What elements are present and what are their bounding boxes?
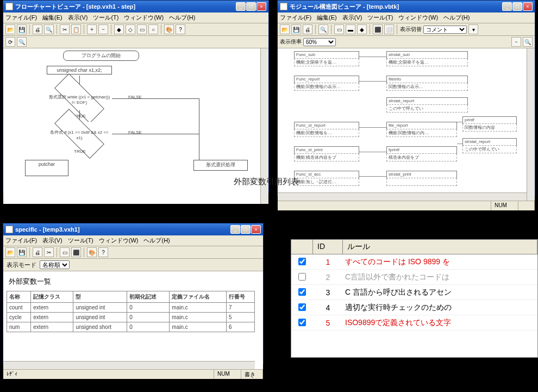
menu-file[interactable]: ファイル(F) [5, 237, 37, 245]
save-icon[interactable]: 💾 [17, 247, 27, 257]
titlebar[interactable]: specific - [temp3.vxh1] _ □ × [3, 223, 263, 235]
module-block[interactable]: printf関数情報の内容 [462, 116, 517, 132]
maximize-button[interactable]: □ [241, 225, 251, 234]
scrollbar-horizontal[interactable] [3, 361, 255, 369]
module-canvas[interactable]: Func_sub機能:文開発子を返…strstat_sub機能:文開発子を返…F… [278, 48, 535, 201]
close-button[interactable]: × [251, 225, 261, 234]
menu-view[interactable]: 表示(V) [342, 14, 362, 22]
tool-icon[interactable]: ▭ [334, 24, 344, 34]
menu-tools[interactable]: ツール(T) [367, 14, 393, 22]
tool-icon[interactable]: ▬ [346, 24, 355, 34]
tool-icon[interactable]: ◆ [357, 24, 367, 34]
module-block[interactable]: Func_st_report機能:関数情報を… [294, 122, 359, 137]
table-row[interactable]: cycleexternunsigned int0main.c5 [7, 313, 255, 322]
menu-file[interactable]: ファイル(F) [280, 14, 311, 22]
flowchart-canvas[interactable]: プログラムの開始 unsigned char x1,x2; 形式選択 while… [3, 48, 268, 204]
menu-tools[interactable]: ツール(T) [68, 237, 93, 245]
rule-row[interactable]: 5ISO9899で定義されている文字 [291, 315, 537, 331]
minimize-button[interactable]: _ [230, 225, 240, 234]
print-icon[interactable]: 🖨 [303, 24, 312, 34]
open-icon[interactable]: 📂 [280, 24, 290, 34]
zoom-combo[interactable]: 60% [303, 38, 336, 46]
module-block[interactable]: fileinfo関数情報の表示… [386, 76, 468, 91]
rule-row[interactable]: 2C言語以外で書かれたコードは [291, 270, 537, 285]
refresh-icon[interactable]: ⟳ [5, 37, 15, 47]
titlebar[interactable]: フローチャートビューア - [step.vxh1 - step] _ □ × [3, 1, 268, 13]
zoomout-icon[interactable]: － [98, 24, 108, 34]
titlebar[interactable]: モジュール構造図ビューア - [temp.vbtk] _ □ × [278, 1, 535, 13]
tool-icon[interactable]: ⬛ [373, 24, 383, 34]
maximize-button[interactable]: □ [512, 2, 522, 11]
rule-checkbox[interactable] [298, 258, 306, 265]
save-icon[interactable]: 💾 [17, 24, 27, 34]
zoomin-icon[interactable]: 🔍 [523, 37, 533, 47]
module-block[interactable]: fprintf構造体内容をプ [386, 146, 457, 161]
close-button[interactable]: × [523, 2, 533, 11]
rule-checkbox[interactable] [298, 319, 306, 326]
maximize-button[interactable]: □ [246, 2, 256, 11]
menu-window[interactable]: ウィンドウ(W) [124, 14, 164, 22]
find-icon[interactable]: 🔍 [44, 24, 54, 34]
menu-edit[interactable]: 編集(E) [317, 14, 337, 22]
menu-help[interactable]: ヘルプ(H) [443, 14, 470, 22]
module-block[interactable]: Func_st_print機能:構造体内容をプ [294, 146, 359, 161]
tool-icon[interactable]: ○ [148, 24, 158, 34]
rule-row[interactable]: 3C 言語から呼び出されるアセン [291, 285, 537, 300]
color-icon[interactable]: 🎨 [87, 247, 97, 257]
module-block[interactable]: Func_st_acc機能:無し→記述位… [294, 171, 359, 186]
menu-tools[interactable]: ツール(T) [93, 14, 118, 22]
rule-row[interactable]: 4適切な実行時チェックのための [291, 300, 537, 315]
open-icon[interactable]: 📂 [5, 247, 15, 257]
module-block[interactable]: Func_report機能:関数情報の表示… [294, 76, 359, 91]
tool-icon[interactable]: ⬜ [384, 24, 394, 34]
menu-view[interactable]: 表示(V) [42, 237, 62, 245]
module-block[interactable]: strstat_print [386, 171, 457, 186]
mode-select[interactable]: 名称順 [40, 260, 70, 269]
tool-icon[interactable]: ▭ [137, 24, 147, 34]
menu-help[interactable]: ヘルプ(H) [143, 237, 170, 245]
module-block[interactable]: Func_sub機能:文開発子を返… [294, 51, 359, 66]
zoomout-icon[interactable]: － [511, 37, 521, 47]
tool-icon[interactable]: ◇ [126, 24, 135, 34]
menu-view[interactable]: 表示(V) [68, 14, 88, 22]
minimize-button[interactable]: _ [502, 2, 512, 11]
table-row[interactable]: numexternunsigned short0main.c6 [7, 322, 255, 332]
col-header[interactable]: 初期化記述 [127, 291, 170, 303]
menu-window[interactable]: ウィンドウ(W) [398, 14, 438, 22]
rule-checkbox[interactable] [298, 303, 306, 311]
find-icon[interactable]: 🔍 [318, 24, 328, 34]
menu-edit[interactable]: 編集(E) [42, 14, 62, 22]
module-block[interactable]: file_report機能:関数情報の内… [386, 122, 457, 137]
scrollbar-vertical[interactable] [527, 48, 535, 201]
rule-checkbox[interactable] [298, 288, 306, 296]
tool-icon[interactable]: ◆ [114, 24, 124, 34]
tool-icon[interactable]: ✂ [44, 247, 54, 257]
minimize-button[interactable]: _ [236, 2, 246, 11]
copy-icon[interactable]: 📋 [71, 24, 81, 34]
zoomin-icon[interactable]: ＋ [87, 24, 97, 34]
col-header[interactable]: 記憶クラス [31, 291, 73, 303]
module-block[interactable]: strstat_reportこの中で呼んでい [462, 138, 517, 153]
save-icon[interactable]: 💾 [291, 24, 301, 34]
menu-file[interactable]: ファイル(F) [5, 14, 37, 22]
module-block[interactable]: strstat_reportこの中で呼んでい [386, 97, 468, 113]
menu-help[interactable]: ヘルプ(H) [169, 14, 195, 22]
print-icon[interactable]: 🖨 [33, 247, 42, 257]
open-icon[interactable]: 📂 [5, 24, 15, 34]
display-combo[interactable]: コメント [423, 26, 467, 34]
rule-row[interactable]: 1すべてのコードは ISO 9899 を [291, 254, 537, 270]
tool-icon[interactable]: ⬛ [71, 247, 81, 257]
table-row[interactable]: countexternunsigned int0main.c7 [7, 303, 255, 313]
search-icon[interactable]: 🔍 [17, 37, 27, 47]
col-header[interactable]: 行番号 [226, 291, 254, 303]
down-icon[interactable]: ▾ [468, 24, 478, 34]
scrollbar-horizontal[interactable] [278, 192, 527, 201]
cut-icon[interactable]: ✂ [60, 24, 70, 34]
help-icon[interactable]: ? [176, 24, 185, 34]
col-header[interactable]: 名称 [7, 291, 31, 303]
module-block[interactable]: strstat_sub機能:文開発子を返… [386, 51, 468, 66]
col-header[interactable]: 型 [73, 291, 127, 303]
tool-icon[interactable]: ▭ [60, 247, 70, 257]
col-header[interactable]: 定義ファイル名 [170, 291, 227, 303]
close-button[interactable]: × [257, 2, 266, 11]
